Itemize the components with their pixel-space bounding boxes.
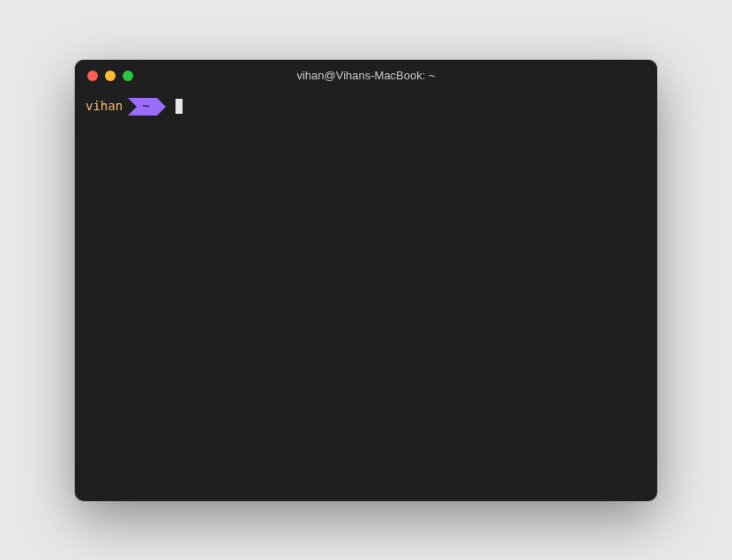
window-title: vihan@Vihans-MacBook: ~ — [75, 69, 657, 82]
prompt-user: vihan — [86, 96, 123, 116]
close-button[interactable] — [87, 71, 98, 81]
maximize-button[interactable] — [123, 71, 133, 81]
terminal-body[interactable]: vihan ~ — [75, 92, 657, 501]
prompt-user-segment: vihan — [84, 98, 128, 116]
titlebar[interactable]: vihan@Vihans-MacBook: ~ — [75, 60, 657, 92]
prompt-line: vihan ~ — [84, 97, 648, 116]
prompt-directory: ~ — [142, 96, 149, 116]
cursor-icon — [176, 99, 183, 114]
terminal-window: vihan@Vihans-MacBook: ~ vihan ~ — [75, 60, 657, 501]
minimize-button[interactable] — [105, 71, 116, 81]
traffic-lights — [87, 71, 133, 81]
